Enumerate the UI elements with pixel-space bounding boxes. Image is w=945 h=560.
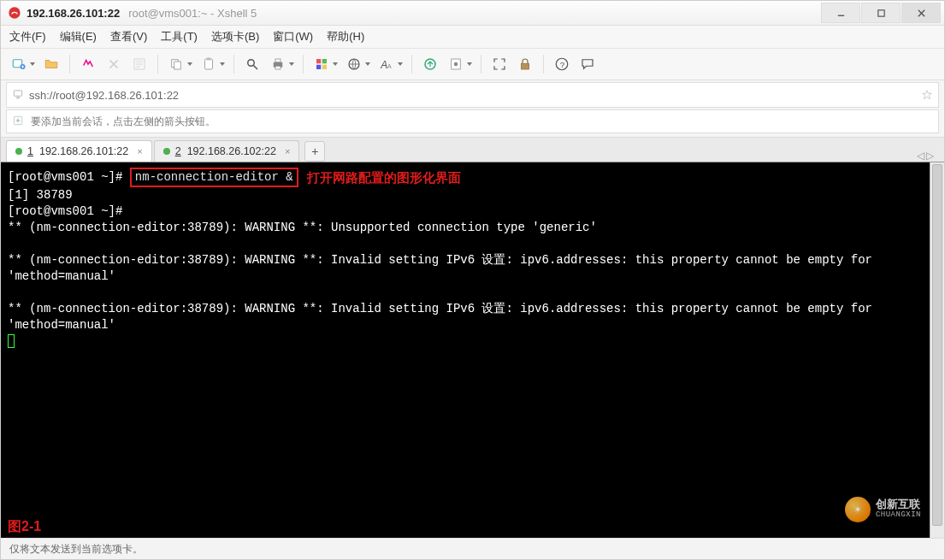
tab-close-icon[interactable]: × [137,146,142,156]
session-tabs: 1 192.168.26.101:22 × 2 192.168.26.102:2… [1,137,944,162]
new-session-button[interactable] [8,53,30,75]
menubar: 文件(F) 编辑(E) 查看(V) 工具(T) 选项卡(B) 窗口(W) 帮助(… [1,26,944,49]
svg-point-26 [454,62,458,67]
toolbar-separator [411,55,412,74]
watermark-logo-icon: ✶ [845,497,871,522]
svg-rect-20 [322,65,327,69]
app-icon [8,6,21,20]
svg-text:A: A [380,59,387,71]
svg-rect-10 [205,59,213,69]
tab-next-icon[interactable]: ▷ [926,150,934,162]
tab-label: 192.168.26.102:22 [187,145,276,157]
svg-rect-16 [275,66,281,69]
toolbar-separator [543,55,544,74]
encoding-button[interactable] [343,53,365,75]
svg-point-12 [248,60,255,67]
maximize-button[interactable] [861,3,901,23]
address-text[interactable]: ssh://root@192.168.26.101:22 [29,89,916,102]
toolbar-separator [69,55,70,74]
tab-label: 192.168.26.101:22 [39,145,128,157]
svg-rect-15 [275,59,281,62]
toolbar-separator [157,55,158,74]
script-button[interactable] [445,53,467,75]
title-subtitle: root@vms001:~ - Xshell 5 [128,7,257,20]
status-dot-icon [15,148,22,155]
menu-tabs[interactable]: 选项卡(B) [211,29,259,44]
tab-close-icon[interactable]: × [285,146,290,156]
watermark-text-en: CHUANGXIN [876,511,921,520]
watermark: ✶ 创新互联 CHUANGXIN [845,497,921,522]
menu-window[interactable]: 窗口(W) [273,29,313,44]
properties-button[interactable] [128,53,151,75]
find-button[interactable] [241,53,263,75]
terminal-area: [root@vms001 ~]# nm-connection-editor &打… [1,162,944,538]
lock-button[interactable] [514,53,536,75]
feedback-button[interactable] [576,53,599,75]
tab-prev-icon[interactable]: ◁ [917,150,924,162]
toolbar: AA ? [1,49,944,80]
hint-bar: 要添加当前会话，点击左侧的箭头按钮。 [6,109,939,133]
term-line: ** (nm-connection-editor:38789): WARNING… [8,252,914,285]
status-text: 仅将文本发送到当前选项卡。 [9,542,143,557]
transfer-button[interactable] [419,53,441,75]
svg-rect-27 [522,63,529,69]
tab-number: 1 [27,145,33,157]
color-scheme-button[interactable] [310,53,333,75]
annotation-text: 打开网路配置的图形化界面 [307,169,461,186]
paste-button[interactable] [198,53,220,75]
terminal-scrollbar[interactable] [930,162,944,538]
svg-rect-9 [174,62,181,69]
reconnect-button[interactable] [77,53,99,75]
open-button[interactable] [40,53,62,75]
status-dot-icon [163,148,170,155]
svg-text:A: A [387,62,392,70]
session-tab-2[interactable]: 2 192.168.26.102:22 × [154,140,300,162]
menu-view[interactable]: 查看(V) [110,29,147,44]
add-session-icon[interactable] [12,115,24,129]
term-prompt: [root@vms001 ~]# [8,204,130,218]
svg-rect-19 [316,65,321,69]
help-button[interactable]: ? [551,53,573,75]
titlebar: 192.168.26.101:22 root@vms001:~ - Xshell… [1,1,944,26]
watermark-text-cn: 创新互联 [876,499,921,511]
bookmark-icon[interactable] [921,89,933,101]
svg-rect-17 [316,59,321,63]
fullscreen-button[interactable] [488,53,511,75]
toolbar-separator [233,55,234,74]
svg-rect-2 [877,9,883,15]
xshell-window: 192.168.26.101:22 root@vms001:~ - Xshell… [0,0,945,560]
figure-label: 图2-1 [8,518,41,534]
tab-nav: ◁ ▷ [917,150,939,162]
close-button[interactable] [901,3,941,23]
add-tab-button[interactable]: + [304,141,325,162]
menu-help[interactable]: 帮助(H) [327,29,364,44]
menu-file[interactable]: 文件(F) [9,29,46,44]
svg-rect-11 [207,58,211,61]
address-bar: ssh://root@192.168.26.101:22 [6,82,939,108]
svg-line-13 [254,66,258,70]
hint-text: 要添加当前会话，点击左侧的箭头按钮。 [31,115,216,129]
minimize-button[interactable] [821,3,860,23]
session-tab-1[interactable]: 1 192.168.26.101:22 × [6,140,152,162]
menu-tools[interactable]: 工具(T) [161,29,198,44]
print-button[interactable] [267,53,289,75]
term-prompt: [root@vms001 ~]# [8,170,130,184]
term-line: ** (nm-connection-editor:38789): WARNING… [8,221,597,234]
disconnect-button[interactable] [103,53,125,75]
toolbar-separator [481,55,481,74]
highlighted-command: nm-connection-editor & [130,168,298,187]
title-address: 192.168.26.101:22 [27,7,120,20]
copy-button[interactable] [165,53,187,75]
status-bar: 仅将文本发送到当前选项卡。 [1,538,944,559]
menu-edit[interactable]: 编辑(E) [60,29,97,44]
term-line: ** (nm-connection-editor:38789): WARNING… [8,301,914,333]
terminal[interactable]: [root@vms001 ~]# nm-connection-editor &打… [1,162,930,538]
font-button[interactable]: AA [375,53,398,75]
scrollbar-thumb[interactable] [932,164,942,526]
term-line: [1] 38789 [8,188,73,202]
svg-rect-18 [322,59,327,63]
tab-number: 2 [175,145,181,157]
terminal-cursor [8,334,15,348]
svg-rect-30 [14,90,21,95]
host-icon [12,88,24,103]
